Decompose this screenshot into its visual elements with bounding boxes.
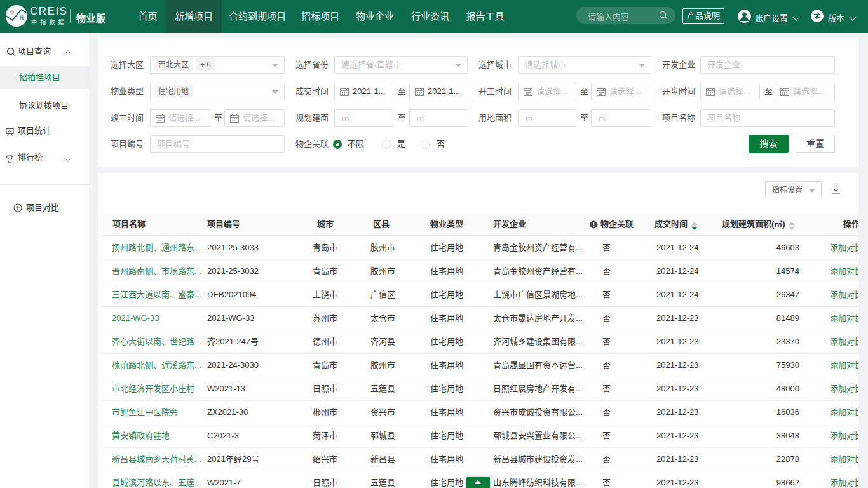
svg-text:中: 中 xyxy=(10,10,15,15)
svg-text:指: 指 xyxy=(20,15,24,20)
